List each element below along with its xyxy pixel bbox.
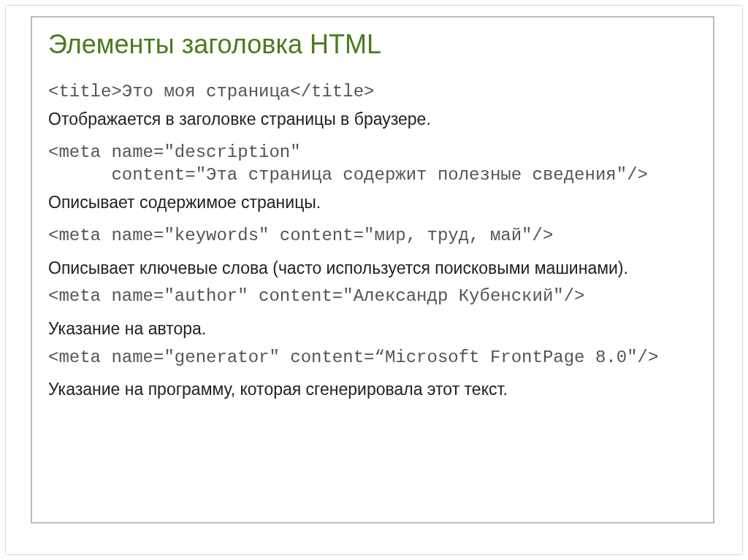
content-box: Элементы заголовка HTML <title>Это моя с… <box>31 16 714 523</box>
desc-text: Указание на автора. <box>48 318 697 340</box>
slide-title: Элементы заголовка HTML <box>48 29 697 60</box>
code-block-author: <meta name="author" content="Александр К… <box>48 285 697 307</box>
code-text: <meta name="generator" content=“Microsof… <box>48 346 697 369</box>
desc-block-description: Описывает содержимое страницы. <box>48 192 697 214</box>
desc-block-title: Отображается в заголовке страницы в брау… <box>48 109 697 131</box>
code-text: <meta name="keywords" content="мир, труд… <box>48 224 697 247</box>
code-block-keywords: <meta name="keywords" content="мир, труд… <box>48 224 697 247</box>
code-block-generator: <meta name="generator" content=“Microsof… <box>48 346 697 369</box>
code-block-description: <meta name="description" content="Эта ст… <box>48 141 697 186</box>
code-text: <meta name="author" content="Александр К… <box>48 285 697 307</box>
desc-block-keywords: Описывает ключевые слова (часто использу… <box>48 258 697 280</box>
desc-block-generator: Указание на программу, которая сгенериро… <box>48 379 697 401</box>
code-text: <title>Это моя страница</title> <box>48 80 697 103</box>
slide-frame: Элементы заголовка HTML <title>Это моя с… <box>6 6 742 554</box>
desc-text: Отображается в заголовке страницы в брау… <box>48 109 697 131</box>
desc-text: Описывает содержимое страницы. <box>48 192 697 214</box>
desc-text: Указание на программу, которая сгенериро… <box>48 379 697 401</box>
desc-block-author: Указание на автора. <box>48 318 697 340</box>
code-text: <meta name="description" content="Эта ст… <box>48 141 697 186</box>
code-block-title: <title>Это моя страница</title> <box>48 80 697 103</box>
desc-text: Описывает ключевые слова (часто использу… <box>48 258 697 280</box>
